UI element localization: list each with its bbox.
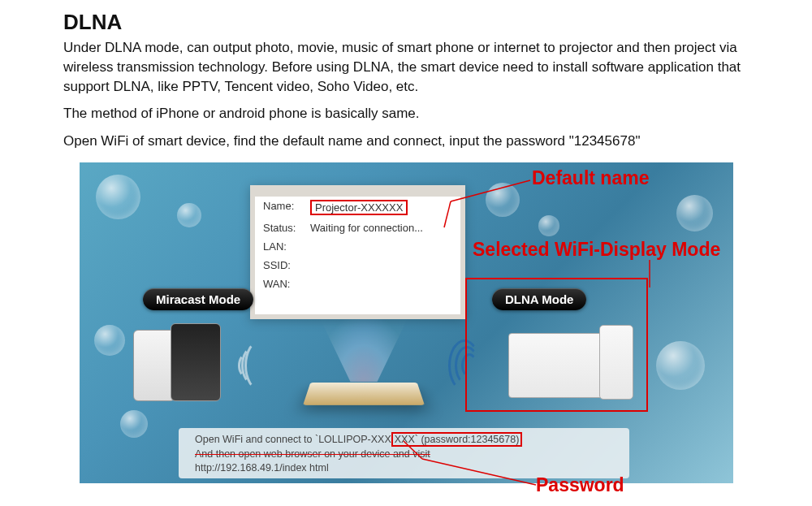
description-para-3: Open WiFi of smart device, find the defa… [63,132,780,151]
screen-lan-label: LAN: [263,240,310,253]
screen-ssid-label: SSID: [263,259,310,271]
annotation-password: Password [536,474,624,496]
instruction-line3: http://192.168.49.1/index html [195,461,613,476]
screen-status-value: Waiting for connection... [310,222,452,234]
screen-name-label: Name: [263,200,310,215]
page-title: DLNA [63,10,812,35]
instruction-line1b: XXX` (password:12345678) [391,432,523,447]
projection-screen: Name: Projector-XXXXXX Status: Waiting f… [250,185,465,319]
phones-left-group [133,323,227,400]
instruction-panel: Open WiFi and connect to `LOLLIPOP-XXXXX… [179,428,629,478]
screen-wan-label: WAN: [263,278,310,290]
screen-name-value: Projector-XXXXXX [310,200,408,215]
miracast-mode-badge: Miracast Mode [143,288,253,310]
diagram-illustration: Name: Projector-XXXXXX Status: Waiting f… [80,162,733,483]
light-beam [319,317,408,382]
instruction-line1a: Open WiFi and connect to `LOLLIPOP-XXX [195,434,391,445]
description-para-2: The method of iPhone or android phone is… [63,104,780,123]
annotation-default-name: Default name [532,167,649,189]
description-para-1: Under DLNA mode, can output photo, movie… [63,38,780,96]
projector-icon [303,383,425,405]
instruction-line2: And then open web browser on your device… [195,448,430,460]
annotation-selected-mode: Selected WiFi-Display Mode [473,239,720,261]
wifi-icon [244,339,277,391]
screen-status-label: Status: [263,222,310,234]
dlna-selection-box [465,278,648,412]
